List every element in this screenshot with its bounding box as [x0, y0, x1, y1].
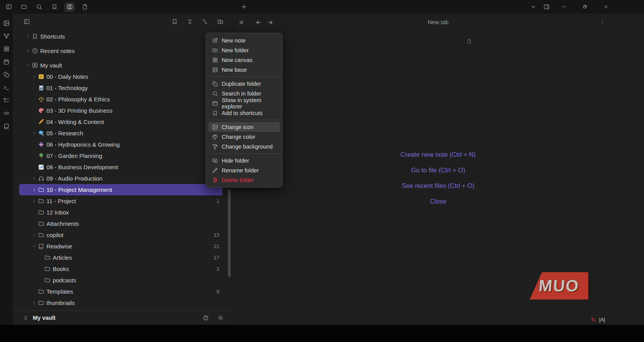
stacked-panels-button[interactable] — [64, 2, 75, 12]
chevron-right-icon[interactable] — [25, 34, 32, 40]
panel-right-button[interactable] — [541, 2, 551, 12]
search-button[interactable] — [34, 2, 44, 12]
tree-item-readwise[interactable]: Readwise21 — [19, 241, 222, 252]
tree-item-05-research[interactable]: 05 - Research — [19, 128, 222, 139]
tree-item-09-audio-production[interactable]: 09 - Audio Production — [19, 173, 222, 184]
tree-item-04-writing-content[interactable]: 04 - Writing & Content — [19, 116, 222, 128]
chevron-right-icon[interactable] — [32, 74, 38, 80]
chevron-right-icon[interactable] — [32, 187, 38, 193]
tree-item-shortcuts[interactable]: Shortcuts — [19, 31, 222, 42]
tree-item-books[interactable]: Books3 — [19, 263, 222, 275]
restore-button[interactable] — [576, 0, 594, 14]
tree-item-attachments[interactable]: Attachments — [19, 218, 222, 229]
tree-item-12-inbox[interactable]: 12 Inbox — [19, 207, 222, 218]
tree-item-11-project[interactable]: 11 - Project1 — [19, 195, 222, 207]
back-button[interactable] — [253, 18, 263, 27]
tree-item-copilot[interactable]: copilot13 — [19, 229, 222, 241]
tree-item-03-3d-printing-business[interactable]: 03 - 3D Printing Business — [19, 105, 222, 116]
menu-item-change-icon[interactable]: Change icon — [208, 122, 280, 132]
chevron-down-icon[interactable] — [32, 243, 38, 250]
bookmark-button[interactable] — [169, 17, 180, 26]
menu-separator — [206, 153, 282, 154]
chevron-right-icon[interactable] — [32, 175, 38, 182]
more-options-button[interactable] — [597, 17, 607, 27]
menu-item-rename-folder[interactable]: Rename folder — [208, 165, 280, 175]
menu-item-new-base[interactable]: New base — [208, 65, 280, 74]
menu-item-change-background[interactable]: Change background — [208, 142, 280, 151]
sync-off-icon[interactable] — [591, 317, 596, 323]
image-icon — [212, 124, 218, 130]
tree-item-label: 09 - Audio Production — [46, 175, 222, 182]
tree-item-label: Templates — [46, 288, 213, 295]
menu-item-new-folder[interactable]: New folder — [208, 45, 280, 55]
ribbon-terminal-button[interactable] — [2, 83, 11, 92]
tree-item-thumbnails[interactable]: thumbnails — [19, 297, 222, 308]
tree-item-articles[interactable]: Articles17 — [19, 252, 222, 263]
chevron-down-button[interactable] — [528, 2, 538, 12]
tree-item-10-project-management[interactable]: 10 - Project Management — [19, 184, 222, 195]
tree-item-my-vault[interactable]: My vault — [19, 60, 222, 71]
toggle-sidebar-button[interactable] — [21, 17, 32, 26]
tree-item-01-technology[interactable]: 01 - Technology — [19, 82, 222, 94]
collapse-all-button[interactable] — [185, 17, 195, 26]
chevron-down-icon[interactable] — [25, 62, 32, 69]
chevron-right-icon[interactable] — [32, 198, 38, 204]
help-button[interactable] — [201, 313, 211, 323]
tree-item-07-garden-planning[interactable]: 07 - Garden Planning — [19, 150, 222, 161]
ribbon-copy-button[interactable] — [2, 70, 11, 79]
menu-item-duplicate-folder[interactable]: Duplicate folder — [208, 79, 280, 89]
item-count: 3 — [217, 266, 222, 272]
list-tree-button[interactable] — [200, 17, 210, 26]
tree-item-templates[interactable]: Templates8 — [19, 286, 222, 297]
minimize-button[interactable] — [555, 0, 573, 14]
empty-state-link-go-to-file-ctrl-o[interactable]: Go to file (Ctrl + O) — [411, 167, 465, 174]
empty-state-link-create-new-note-ctrl-n[interactable]: Create new note (Ctrl + N) — [400, 151, 476, 158]
file-button[interactable] — [80, 2, 90, 12]
tree-item-icon — [38, 164, 46, 170]
tree-item-08-business-development[interactable]: 08 - Business Development — [19, 161, 222, 173]
tree-item-icon — [38, 141, 46, 148]
ribbon-list-todo-button[interactable] — [2, 96, 11, 105]
empty-state-link-see-recent-files-ctrl-o[interactable]: See recent files (Ctrl + O) — [402, 182, 475, 190]
close-tab-button[interactable] — [236, 18, 246, 27]
tree-item-02-philosophy-ethics[interactable]: 02 - Philosophy & Ethics — [19, 94, 222, 105]
tree-item-recent-notes[interactable]: Recent notes — [19, 45, 222, 57]
menu-item-add-to-shortcuts[interactable]: Add to shortcuts — [208, 108, 280, 118]
forward-button[interactable] — [265, 18, 275, 27]
chevron-right-icon[interactable] — [25, 48, 32, 54]
ribbon-git-graph-button[interactable] — [2, 32, 11, 41]
empty-state-link-close[interactable]: Close — [430, 198, 446, 205]
chevron-right-icon[interactable] — [32, 300, 38, 306]
square-pen-icon — [212, 37, 218, 44]
menu-item-delete-folder[interactable]: Delete folder — [208, 175, 280, 185]
ribbon-image-button[interactable] — [2, 19, 11, 28]
menu-item-label: New canvas — [222, 57, 253, 63]
close-button[interactable] — [597, 0, 615, 14]
sidebar-scrollbar[interactable] — [228, 189, 231, 277]
ribbon-book-button[interactable] — [2, 122, 11, 131]
tree-item-label: Books — [53, 266, 213, 272]
chevron-down-icon — [32, 244, 37, 249]
bookmark-button[interactable] — [49, 2, 59, 12]
tree-item-podcasts[interactable]: podcasts — [19, 275, 222, 286]
menu-item-new-note[interactable]: New note — [208, 35, 280, 45]
panel-left-button[interactable] — [4, 2, 14, 12]
new-tab-button[interactable] — [239, 2, 249, 11]
folder-plus-button[interactable] — [215, 17, 225, 26]
ribbon-layout-grid-button[interactable] — [2, 44, 11, 53]
settings-button[interactable] — [215, 313, 226, 323]
menu-item-hide-folder[interactable]: Hide folder — [208, 156, 280, 165]
menu-item-change-color[interactable]: Change color — [208, 132, 280, 142]
tree-item-00-daily-notes[interactable]: 00 - Daily Notes — [19, 71, 222, 82]
vault-switcher[interactable]: My vault — [13, 310, 232, 325]
menu-item-show-in-system-explorer[interactable]: Show in system explorer — [208, 98, 280, 108]
chevron-right-icon[interactable] — [32, 232, 38, 238]
ribbon-calendar-button[interactable] — [2, 57, 11, 66]
tree-item-06-hydroponics-growing[interactable]: 06 - Hydroponics & Growing — [19, 139, 222, 150]
menu-item-new-canvas[interactable]: New canvas — [208, 55, 280, 65]
chevron-right-icon[interactable] — [32, 130, 38, 136]
chevron-spacer — [32, 153, 38, 159]
chevron-spacer — [38, 266, 44, 272]
ribbon-code-chevrons-button[interactable] — [2, 109, 11, 118]
folder-button[interactable] — [19, 2, 29, 12]
